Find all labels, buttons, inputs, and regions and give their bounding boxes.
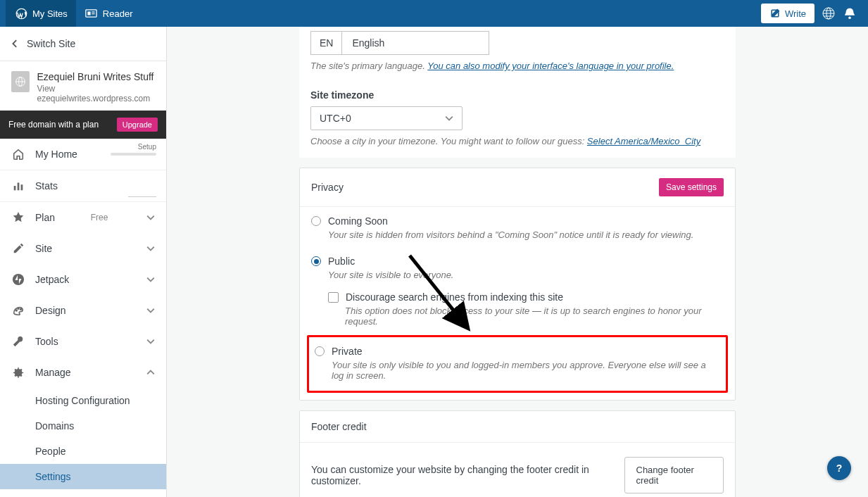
sidebar-item-jetpack[interactable]: Jetpack (0, 264, 166, 295)
help-button[interactable]: ? (827, 456, 851, 480)
my-sites-link[interactable]: My Sites (6, 0, 76, 27)
svg-rect-1 (86, 10, 96, 17)
home-icon (11, 147, 25, 161)
nav-label: Jetpack (35, 274, 69, 285)
svg-point-16 (18, 308, 19, 309)
sidebar-subitem-domains[interactable]: Domains (0, 413, 166, 439)
chevron-down-icon (146, 275, 155, 284)
radio-icon (311, 216, 321, 226)
public-desc: Your site is visible to everyone. (300, 268, 735, 287)
radio-label: Public (328, 256, 355, 267)
star-icon (11, 210, 25, 225)
plan-tag: Free (91, 213, 108, 222)
svg-point-15 (15, 310, 17, 311)
upgrade-bar: Free domain with a plan Upgrade (0, 111, 166, 139)
masterbar: My Sites Reader Write (0, 0, 868, 27)
radio-icon (315, 346, 325, 356)
write-button[interactable]: Write (761, 4, 814, 23)
nav-label: Stats (35, 180, 58, 191)
upgrade-button[interactable]: Upgrade (117, 118, 158, 132)
free-domain-label: Free domain with a plan (8, 120, 99, 130)
svg-rect-4 (92, 13, 95, 14)
nav-label: Site (35, 243, 52, 254)
pencil-icon (11, 241, 25, 256)
svg-rect-13 (21, 184, 23, 190)
sidebar-item-design[interactable]: Design (0, 295, 166, 326)
timezone-label: Site timezone (299, 82, 736, 106)
sidebar-subitem-hosting[interactable]: Hosting Configuration (0, 388, 166, 413)
chevron-up-icon (146, 368, 155, 377)
private-desc: Your site is only visible to you and log… (309, 358, 726, 388)
write-label: Write (785, 8, 806, 19)
chevron-down-icon (445, 114, 453, 122)
chevron-down-icon (146, 337, 155, 346)
discourage-checkbox-row[interactable]: Discourage search engines from indexing … (300, 287, 735, 304)
sidebar-item-plan[interactable]: Plan Free (0, 202, 166, 233)
wordpress-icon (14, 6, 28, 20)
footer-credit-text: You can customize your website by changi… (311, 464, 613, 486)
save-settings-button[interactable]: Save settings (659, 178, 724, 196)
language-helper: The site's primary language. You can als… (299, 55, 736, 82)
globe-icon[interactable] (822, 6, 836, 20)
timezone-select[interactable]: UTC+0 (310, 106, 463, 130)
sidebar-subitem-settings[interactable]: Settings (0, 464, 166, 489)
switch-site-link[interactable]: Switch Site (0, 27, 166, 61)
footer-credit-header: Footer credit (300, 411, 735, 443)
notifications-icon[interactable] (843, 6, 857, 20)
reader-link[interactable]: Reader (76, 0, 141, 27)
footer-credit-title: Footer credit (311, 421, 367, 432)
language-selector[interactable]: EN English (310, 31, 489, 55)
setup-progress (111, 153, 156, 156)
privacy-option-public[interactable]: Public (300, 247, 735, 268)
svg-point-8 (848, 17, 851, 20)
stats-icon (11, 179, 25, 193)
site-name: Ezequiel Bruni Writes Stuff (37, 71, 155, 82)
sidebar-item-wpadmin[interactable]: WP Admin (0, 489, 166, 497)
sidebar: Switch Site Ezequiel Bruni Writes Stuff … (0, 27, 167, 497)
privacy-option-private[interactable]: Private (309, 337, 726, 358)
sidebar-subitem-people[interactable]: People (0, 439, 166, 464)
timezone-suggest-link[interactable]: Select America/Mexico_City (587, 136, 700, 146)
language-name: English (342, 32, 394, 54)
svg-point-17 (20, 308, 22, 310)
checkbox-icon (328, 292, 339, 303)
timezone-value: UTC+0 (320, 113, 351, 124)
gear-icon (11, 365, 25, 379)
chevron-down-icon (146, 213, 155, 222)
timezone-helper: Choose a city in your timezone. You migh… (299, 130, 736, 158)
privacy-option-coming-soon[interactable]: Coming Soon (300, 207, 735, 228)
my-sites-label: My Sites (32, 8, 68, 19)
site-info: Ezequiel Bruni Writes Stuff View ezequie… (37, 71, 155, 103)
nav-label: Design (35, 305, 66, 316)
svg-rect-2 (88, 11, 91, 15)
site-card[interactable]: Ezequiel Bruni Writes Stuff View ezequie… (0, 61, 166, 111)
general-settings-card: EN English The site's primary language. … (299, 27, 736, 158)
sidebar-item-home[interactable]: My Home Setup (0, 139, 166, 170)
chevron-down-icon (146, 244, 155, 253)
nav-label: Tools (35, 336, 58, 347)
site-url: View ezequielwrites.wordpress.com (37, 84, 155, 103)
change-footer-credit-button[interactable]: Change footer credit (624, 457, 724, 493)
nav-label: My Home (35, 149, 77, 160)
annotation-highlight: Private Your site is only visible to you… (307, 335, 728, 393)
wrench-icon (11, 334, 25, 348)
sidebar-item-tools[interactable]: Tools (0, 326, 166, 357)
privacy-card: Privacy Save settings Coming Soon Your s… (299, 168, 736, 401)
setup-badge: Setup (138, 143, 156, 151)
design-icon (11, 303, 25, 317)
masterbar-right: Write (761, 0, 862, 27)
checkbox-label: Discourage search engines from indexing … (346, 291, 563, 303)
radio-label: Private (332, 346, 363, 357)
svg-rect-3 (92, 11, 95, 12)
language-profile-link[interactable]: You can also modify your interface's lan… (427, 61, 674, 71)
nav-label: Manage (35, 367, 71, 378)
manage-submenu: Hosting Configuration Domains People Set… (0, 388, 166, 489)
svg-rect-11 (14, 186, 16, 190)
sidebar-item-site[interactable]: Site (0, 233, 166, 264)
language-code: EN (311, 32, 342, 54)
main-content: EN English The site's primary language. … (167, 27, 868, 497)
sidebar-item-stats[interactable]: Stats (0, 170, 166, 202)
sidebar-item-manage[interactable]: Manage (0, 357, 166, 388)
reader-label: Reader (103, 8, 133, 19)
discourage-desc: This option does not block access to you… (300, 304, 735, 334)
